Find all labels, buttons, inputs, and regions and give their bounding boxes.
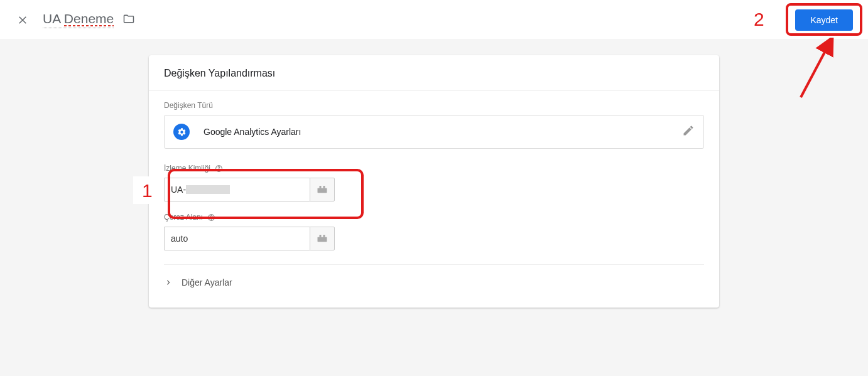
card-title: Değişken Yapılandırması bbox=[149, 55, 719, 91]
cookie-domain-group: Çerez Alanı bbox=[164, 213, 704, 250]
tracking-id-label: İzleme Kimliği bbox=[164, 164, 210, 173]
help-icon[interactable] bbox=[207, 213, 215, 222]
svg-rect-5 bbox=[320, 186, 322, 188]
page-title[interactable]: UA Deneme bbox=[43, 11, 114, 28]
editor-body: Değişken Yapılandırması Değişken Türü Go… bbox=[0, 40, 868, 376]
svg-rect-9 bbox=[318, 237, 327, 242]
tracking-id-input-row: UA- bbox=[164, 178, 335, 201]
more-settings-toggle[interactable]: Diğer Ayarlar bbox=[164, 265, 704, 300]
gear-icon bbox=[173, 124, 190, 140]
help-icon[interactable] bbox=[214, 164, 223, 173]
close-icon[interactable] bbox=[15, 13, 30, 28]
more-settings-label: Diğer Ayarlar bbox=[182, 277, 232, 287]
svg-rect-6 bbox=[323, 186, 325, 188]
chevron-right-icon bbox=[165, 277, 171, 287]
editor-header: UA Deneme Kaydet bbox=[0, 0, 868, 40]
variable-type-row[interactable]: Google Analytics Ayarları bbox=[164, 115, 704, 149]
svg-rect-4 bbox=[318, 188, 327, 193]
variable-type-label: Değişken Türü bbox=[164, 101, 704, 110]
redacted-value bbox=[186, 185, 230, 194]
variable-picker-icon[interactable] bbox=[310, 178, 335, 201]
save-button[interactable]: Kaydet bbox=[795, 9, 853, 31]
svg-rect-10 bbox=[320, 235, 322, 237]
folder-icon[interactable] bbox=[122, 13, 135, 28]
svg-rect-11 bbox=[323, 235, 325, 237]
cookie-domain-input[interactable] bbox=[164, 227, 310, 250]
cookie-domain-label: Çerez Alanı bbox=[164, 213, 203, 222]
cookie-domain-input-row bbox=[164, 227, 335, 250]
pencil-icon[interactable] bbox=[682, 124, 695, 139]
variable-picker-icon[interactable] bbox=[310, 227, 335, 250]
tracking-id-input[interactable]: UA- bbox=[164, 178, 310, 201]
config-card: Değişken Yapılandırması Değişken Türü Go… bbox=[149, 55, 719, 308]
variable-type-name: Google Analytics Ayarları bbox=[203, 127, 682, 137]
tracking-id-group: İzleme Kimliği UA- bbox=[164, 164, 704, 201]
svg-point-8 bbox=[211, 218, 212, 219]
svg-point-3 bbox=[219, 169, 219, 170]
